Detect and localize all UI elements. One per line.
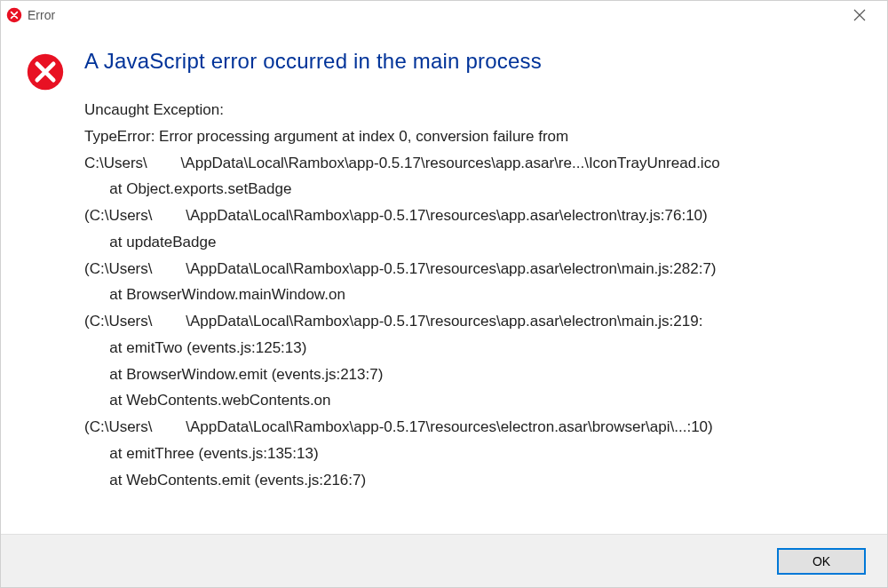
titlebar: Error [1, 1, 887, 29]
error-icon [6, 7, 22, 23]
dialog-headline: A JavaScript error occurred in the main … [84, 49, 862, 74]
window-title: Error [28, 8, 839, 22]
error-stack-trace: Uncaught Exception: TypeError: Error pro… [84, 97, 862, 493]
dialog-body: A JavaScript error occurred in the main … [1, 29, 887, 534]
dialog-content: A JavaScript error occurred in the main … [84, 49, 862, 493]
ok-button[interactable]: OK [777, 548, 866, 575]
dialog-footer: OK [1, 534, 887, 587]
error-icon [26, 52, 65, 91]
error-dialog: Error A JavaScript error occurred in the… [0, 0, 888, 588]
close-icon [853, 9, 866, 21]
close-button[interactable] [839, 2, 880, 28]
